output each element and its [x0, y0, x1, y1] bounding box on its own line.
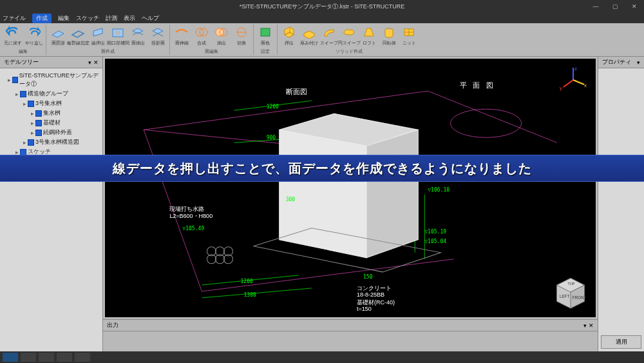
cutconv-icon [234, 25, 249, 40]
ribbon-group-face-edit: 面伸縮 合成 抽出 切換 面編集 [170, 25, 254, 55]
checkbox-icon[interactable] [12, 77, 18, 83]
revolve-button[interactable]: 回転体 [379, 25, 399, 46]
sweep-button[interactable]: スイープ [319, 25, 339, 46]
tree-item[interactable]: ▸続鋼枠外蓋 [1, 128, 101, 137]
menu-edit[interactable]: 編集 [58, 14, 70, 23]
status-seg[interactable] [57, 353, 72, 362]
thicken-button[interactable]: 厚み付け [299, 25, 319, 46]
tree-item[interactable]: ▸3号集水桝構造図 [1, 137, 101, 147]
panel-pin-icon[interactable]: ▾ ✕ [88, 59, 99, 66]
tree-item[interactable]: ▸集水桝 [1, 108, 101, 118]
svg-rect-8 [261, 28, 270, 36]
menu-file[interactable]: ファイル [3, 14, 26, 23]
svg-text:1300: 1300 [244, 292, 256, 298]
nav-cube[interactable]: LEFT FRONT TOP [553, 275, 588, 309]
svg-text:TOP: TOP [568, 282, 575, 286]
checkbox-icon[interactable] [28, 139, 34, 146]
cut-convert-button[interactable]: 切換 [232, 25, 251, 46]
status-seg[interactable] [75, 353, 90, 362]
ribbon: 元に戻す やり直し 編集 面図形 輪郭線指定 線押出 開口部補間 面抽出 投影面… [0, 23, 644, 57]
project-icon [150, 25, 166, 40]
svg-text:300: 300 [286, 197, 296, 202]
loft-button[interactable]: ロフト [359, 25, 379, 46]
properties-pin-icon[interactable]: ▾ [637, 59, 640, 66]
checkbox-icon[interactable] [35, 130, 42, 136]
menu-help[interactable]: ヘルプ [142, 14, 159, 23]
title-bar: *SiTE-STRUCTUREサンプルデータ①.kstr - SiTE-STRU… [0, 0, 644, 13]
compose-button[interactable]: 合成 [192, 25, 211, 46]
model-tree[interactable]: ▸SiTE-STRUCTUREサンプルデータ①▸構造物グループ▸3号集水桝▸集水… [0, 68, 102, 159]
checkbox-icon[interactable] [20, 91, 26, 97]
svg-text:▽106.10: ▽106.10 [428, 187, 450, 193]
svg-text:FRONT: FRONT [573, 295, 587, 300]
model-tree-panel: モデルツリー ▾ ✕ ▸SiTE-STRUCTUREサンプルデータ①▸構造物グル… [0, 57, 103, 351]
face-color-button[interactable]: 面色 [256, 25, 275, 46]
opening-icon [110, 25, 126, 40]
undo-icon [5, 25, 21, 40]
tree-item[interactable]: ▸3号集水桝 [1, 99, 101, 108]
menu-sketch[interactable]: スケッチ [76, 14, 99, 23]
undo-button[interactable]: 元に戻す [2, 25, 24, 46]
menu-view[interactable]: 表示 [124, 14, 135, 23]
output-panel: 出力 ▾ ✕ [103, 319, 598, 351]
app-title: *SiTE-STRUCTUREサンプルデータ①.kstr - SiTE-STRU… [240, 3, 405, 11]
tree-label: SiTE-STRUCTUREサンプルデータ① [19, 72, 101, 88]
status-seg[interactable] [39, 353, 54, 362]
svg-text:▽105.19: ▽105.19 [424, 229, 446, 235]
output-pin-icon[interactable]: ▾ ✕ [583, 322, 594, 329]
tree-item[interactable]: ▸SiTE-STRUCTUREサンプルデータ① [1, 71, 101, 89]
svg-rect-1 [115, 31, 120, 35]
tree-label: 3号集水桝構造図 [35, 138, 79, 146]
tree-label: 基礎材 [43, 119, 61, 127]
subtitle-banner: 線データを押し出すことで、面データを作成できるようになりました [0, 155, 644, 182]
project-button[interactable]: 投影面 [148, 25, 167, 46]
center-area: 断面図 平 面 図 1200 900 300 1200 1300 150 ▽10… [103, 57, 598, 351]
face-ext-button[interactable]: 面伸縮 [172, 25, 191, 46]
fext-icon [174, 25, 189, 40]
checkbox-icon[interactable] [35, 120, 42, 126]
checkbox-icon[interactable] [20, 149, 26, 155]
extract2-button[interactable]: 抽出 [212, 25, 231, 46]
status-seg[interactable] [3, 353, 18, 362]
viewport-3d[interactable]: 断面図 平 面 図 1200 900 300 1200 1300 150 ▽10… [105, 59, 596, 317]
menu-create[interactable]: 作成 [32, 14, 52, 23]
properties-title: プロパティ [602, 58, 631, 66]
surface-icon [50, 25, 66, 40]
line-extrude-button[interactable]: 線押出 [88, 25, 108, 46]
ribbon-group-edit: 元に戻す やり直し 編集 [0, 25, 46, 55]
status-bar [0, 351, 644, 363]
edge-button[interactable]: 輪郭線指定 [68, 25, 88, 46]
redo-button[interactable]: やり直し [24, 25, 44, 46]
surface-extract-button[interactable]: 面抽出 [128, 25, 147, 46]
plan-title: 平 面 図 [460, 81, 495, 89]
csweep-button[interactable]: 円スイープ [339, 25, 359, 46]
output-title: 出力 [107, 321, 118, 329]
svg-text:現場打ち水路: 現場打ち水路 [169, 206, 204, 212]
extrude-icon [90, 25, 106, 40]
close-button[interactable]: ✕ [625, 0, 644, 13]
surface-button[interactable]: 面図形 [48, 25, 68, 46]
maximize-button[interactable]: ▢ [605, 0, 625, 13]
menu-measure[interactable]: 計測 [106, 14, 117, 23]
tree-item[interactable]: ▸基礎材 [1, 118, 101, 128]
svg-point-19 [450, 109, 521, 137]
svg-text:z: z [574, 66, 577, 72]
push-button[interactable]: 押出 [279, 25, 299, 46]
thick-icon [301, 25, 317, 40]
minimize-button[interactable]: — [586, 0, 605, 13]
svg-line-49 [573, 80, 584, 84]
workspace: モデルツリー ▾ ✕ ▸SiTE-STRUCTUREサンプルデータ①▸構造物グル… [0, 57, 644, 351]
apply-button[interactable]: 適用 [601, 335, 641, 349]
opening-button[interactable]: 開口部補間 [108, 25, 128, 46]
tree-label: 続鋼枠外蓋 [43, 128, 72, 137]
knit-button[interactable]: ニット [399, 25, 419, 46]
status-seg[interactable] [21, 353, 36, 362]
ribbon-group-surface-create: 面図形 輪郭線指定 線押出 開口部補間 面抽出 投影面 面作成 [46, 25, 170, 55]
banner-text: 線データを押し出すことで、面データを作成できるようになりました [113, 160, 532, 177]
tree-item[interactable]: ▸構造物グループ [1, 89, 101, 99]
properties-panel: プロパティ ▾ 適用 [598, 57, 644, 351]
checkbox-icon[interactable] [28, 101, 34, 107]
checkbox-icon[interactable] [35, 110, 42, 117]
svg-line-16 [428, 91, 557, 142]
svg-text:1200: 1200 [241, 279, 253, 284]
